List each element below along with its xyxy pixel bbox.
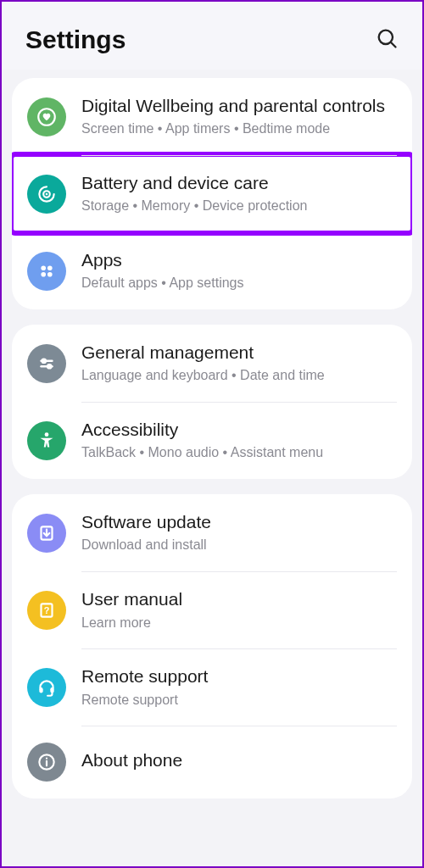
item-title: User manual <box>81 588 397 610</box>
svg-point-12 <box>47 364 51 368</box>
settings-group: Digital Wellbeing and parental controls … <box>12 78 412 309</box>
item-title: Software update <box>81 511 397 533</box>
item-title: General management <box>81 342 397 364</box>
svg-point-22 <box>46 758 47 760</box>
svg-line-1 <box>391 42 395 47</box>
item-general-management[interactable]: General management Language and keyboard… <box>12 325 412 402</box>
item-subtitle: Remote support <box>81 692 397 709</box>
item-apps[interactable]: Apps Default apps • App settings <box>12 232 412 309</box>
settings-group: Software update Download and install ? U… <box>12 494 412 798</box>
item-title: Accessibility <box>81 419 397 441</box>
item-subtitle: Storage • Memory • Device protection <box>81 198 397 215</box>
search-icon[interactable] <box>375 26 399 53</box>
svg-text:?: ? <box>44 605 50 615</box>
svg-point-4 <box>46 192 48 195</box>
page-title: Settings <box>25 25 126 54</box>
item-subtitle: Learn more <box>81 615 397 632</box>
info-icon <box>27 743 66 782</box>
item-text: Apps Default apps • App settings <box>81 249 397 292</box>
item-title: Battery and device care <box>81 172 397 194</box>
item-title: Remote support <box>81 665 397 687</box>
item-text: Battery and device care Storage • Memory… <box>81 172 397 215</box>
settings-group: General management Language and keyboard… <box>12 325 412 479</box>
item-subtitle: Default apps • App settings <box>81 275 397 292</box>
sliders-icon <box>27 344 66 383</box>
item-software-update[interactable]: Software update Download and install <box>12 494 412 571</box>
item-text: About phone <box>81 749 397 775</box>
heart-circle-icon <box>27 97 66 136</box>
item-title: Digital Wellbeing and parental controls <box>81 95 397 117</box>
item-battery-device-care[interactable]: Battery and device care Storage • Memory… <box>12 155 412 232</box>
item-title: About phone <box>81 749 397 771</box>
svg-rect-18 <box>39 687 42 693</box>
item-subtitle: TalkBack • Mono audio • Assistant menu <box>81 444 397 462</box>
item-text: Software update Download and install <box>81 511 397 554</box>
item-text: Remote support Remote support <box>81 665 397 709</box>
item-text: Digital Wellbeing and parental controls … <box>81 95 397 138</box>
svg-point-5 <box>41 265 46 270</box>
headset-icon <box>27 668 66 707</box>
svg-point-13 <box>45 432 49 437</box>
item-text: User manual Learn more <box>81 588 397 632</box>
item-user-manual[interactable]: ? User manual Learn more <box>12 571 412 648</box>
svg-point-6 <box>47 265 53 270</box>
item-subtitle: Download and install <box>81 537 397 554</box>
header: Settings <box>2 2 422 70</box>
download-icon <box>27 514 66 553</box>
item-digital-wellbeing[interactable]: Digital Wellbeing and parental controls … <box>12 78 412 155</box>
svg-point-11 <box>42 359 46 362</box>
svg-point-7 <box>41 272 46 277</box>
apps-grid-icon <box>27 252 66 291</box>
item-subtitle: Language and keyboard • Date and time <box>81 367 397 385</box>
manual-book-icon: ? <box>27 591 66 630</box>
item-accessibility[interactable]: Accessibility TalkBack • Mono audio • As… <box>12 402 412 479</box>
svg-point-8 <box>47 272 53 277</box>
item-subtitle: Screen time • App timers • Bedtime mode <box>81 120 397 138</box>
item-text: General management Language and keyboard… <box>81 342 397 385</box>
accessibility-person-icon <box>27 421 66 460</box>
device-care-icon <box>27 175 66 214</box>
item-about-phone[interactable]: About phone <box>12 726 412 798</box>
item-text: Accessibility TalkBack • Mono audio • As… <box>81 419 397 462</box>
item-remote-support[interactable]: Remote support Remote support <box>12 648 412 726</box>
item-title: Apps <box>81 249 397 271</box>
